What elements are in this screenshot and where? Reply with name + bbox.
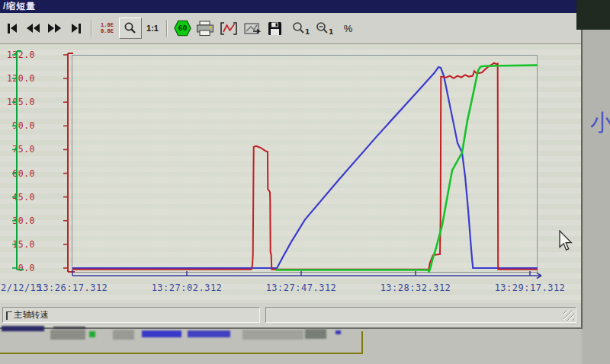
gray-block [50,330,85,340]
date-label: 2/12/15 [1,283,42,293]
export-image-button[interactable] [242,19,263,38]
red-axis-tick-label: 132.0 [0,49,35,60]
toolbar-separator [91,20,92,37]
right-triangle-icon [55,24,61,33]
red-axis-tick-label: 120.0 [0,73,35,84]
red-axis-tick-label: 90.0 [0,120,35,131]
time-axis-tick-label: 13:27:02.312 [141,283,233,293]
resize-grip[interactable] [563,310,574,321]
picture-export-icon [243,21,262,36]
scale-top-label: 1.0E [101,23,114,28]
background-dark-block [576,0,610,30]
blurred-text-smudge [2,326,44,331]
left-triangle-icon [34,24,40,33]
window-title: /缩短量 [3,1,36,11]
desktop-right-strip [583,0,610,364]
magnifier-1-icon: 1 [315,21,333,36]
magnifier-2-button[interactable]: 1 [313,19,335,38]
mouse-cursor [558,230,575,253]
time-axis-tick-label: 13:28:32.312 [370,283,461,293]
y-scale-button[interactable]: 1.0E 0.0E [98,19,117,38]
window-title-bar[interactable]: /缩短量 [0,0,581,13]
svg-text:60: 60 [178,24,188,32]
one-to-one-button[interactable]: 1:1 [144,19,161,38]
red-axis-tick-label: 60.0 [0,168,35,179]
time-axis-tick-label: 13:27:47.312 [255,283,347,293]
right-triangle-icon [72,24,78,33]
bar-icon [79,24,81,34]
status-bar: 主轴转速 [0,303,581,326]
left-triangle-icon [27,24,33,33]
blue-dot [336,330,341,334]
background-window-strip [0,329,581,364]
toolbar: 1.0E 0.0E 1:1 60 [0,13,581,44]
green-hexagon-60-icon: 60 [173,19,192,37]
magnifier-1-button[interactable]: 1 [290,19,311,38]
red-axis-tick-label: 15.0 [0,239,35,250]
printer-icon [196,21,215,37]
plot-area[interactable] [72,55,538,273]
channel-label: 主轴转速 [14,310,49,319]
print-button[interactable] [194,19,216,38]
partial-chinese-char: 小 [590,107,610,139]
fast-rewind-button[interactable] [24,19,43,38]
zoom-button[interactable] [119,18,142,39]
right-triangle-icon [48,24,54,33]
screen: /缩短量 1.0E 0.0E [0,0,610,364]
curve-in-brackets-icon [220,21,238,36]
green-mark [89,331,95,337]
gray-block [305,329,326,339]
status-panel-channel: 主轴转速 [2,307,260,323]
svg-text:1: 1 [305,28,310,36]
trend-curve-button[interactable] [218,19,239,38]
toolbar-separator [166,20,168,37]
bar-icon [8,24,10,34]
svg-text:1: 1 [329,28,333,36]
olive-border-line [0,353,363,354]
left-triangle-icon [11,24,17,33]
red-axis-tick-label: 0.0 [0,263,35,273]
gray-block [113,330,134,340]
magnifier-icon [124,21,137,35]
blurred-blue-text [188,330,230,337]
blurred-blue-text [142,330,181,337]
status-tick-mark [6,311,12,320]
save-button[interactable] [265,19,284,38]
percent-button[interactable]: % [339,19,358,38]
red-axis-tick-label: 105.0 [0,97,35,107]
blurred-line [53,327,85,329]
time-axis-tick-label: 13:29:17.312 [484,283,576,293]
floppy-disk-icon [268,21,282,36]
olive-border-corner [361,331,363,354]
red-axis-tick-label: 75.0 [0,144,35,155]
magnifier-1-icon: 1 [291,21,310,36]
red-axis-tick-label: 45.0 [0,192,35,203]
scale-bottom-label: 0.0E [101,29,114,34]
go-end-button[interactable] [66,19,85,38]
fast-forward-button[interactable] [45,19,64,38]
status-panel-empty [265,307,576,323]
trend-window: /缩短量 1.0E 0.0E [0,0,583,329]
gray-block [242,330,303,340]
sample-rate-button[interactable]: 60 [173,19,192,38]
go-start-button[interactable] [2,19,21,38]
red-axis-tick-label: 30.0 [0,216,35,226]
